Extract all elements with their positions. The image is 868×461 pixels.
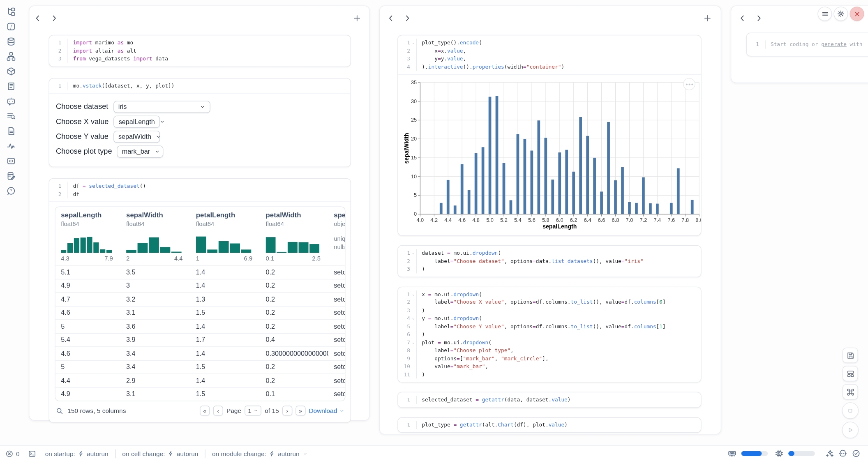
bar: [572, 172, 575, 214]
lightning-icon: [168, 450, 174, 456]
code-editor[interactable]: 1⌄x = mo.ui.dropdown(2 label="Choose X v…: [398, 287, 701, 382]
column-header[interactable]: petalLengthfloat6416.9: [190, 212, 260, 262]
fold-icon[interactable]: ⌄: [410, 314, 416, 323]
save-icon[interactable]: [843, 348, 858, 363]
help-icon[interactable]: ?: [7, 187, 16, 196]
table-row[interactable]: 4.931.40.2setosa: [55, 279, 345, 292]
line-number: 3: [398, 265, 410, 273]
table-row[interactable]: 53.41.50.2setosa: [55, 360, 345, 373]
fold-icon[interactable]: ⌄: [410, 39, 416, 47]
svg-text:5: 5: [414, 192, 417, 198]
table-row[interactable]: 5.43.91.70.4setosa: [55, 333, 345, 346]
svg-text:4.6: 4.6: [458, 217, 466, 223]
plot-type-select[interactable]: mark_bar: [117, 145, 164, 158]
database-icon[interactable]: [7, 37, 16, 46]
snippets-icon[interactable]: [7, 157, 16, 166]
x-value-select[interactable]: sepalLength: [114, 115, 160, 128]
search-icon[interactable]: [56, 407, 63, 415]
chart-menu-icon[interactable]: [683, 78, 695, 90]
scratchpad-icon[interactable]: [7, 172, 16, 181]
code-editor[interactable]: 1selected_dataset = getattr(data, datase…: [398, 392, 701, 407]
table-cell: 4.9: [55, 390, 121, 398]
run-all-icon[interactable]: [842, 422, 859, 438]
settings-gear-icon[interactable]: [833, 7, 848, 21]
script-icon[interactable]: [7, 82, 16, 91]
column-header[interactable]: sepalWidthfloat6424.4: [121, 212, 191, 262]
fold-icon[interactable]: ⌄: [410, 249, 416, 257]
close-icon[interactable]: [850, 7, 864, 21]
fold-icon[interactable]: ⌄: [410, 339, 416, 347]
cell-vstack: 1mo.vstack([dataset, x, y, plot]) Choose…: [49, 78, 351, 167]
table-row[interactable]: 4.63.41.40.30000000000000004setosa: [55, 346, 345, 360]
on-cell-change-setting[interactable]: on cell change: autorun: [122, 450, 198, 457]
code-editor[interactable]: 1⌄plot_type().encode(2 x=x.value,3 y=y.v…: [398, 35, 701, 74]
table-row[interactable]: 4.42.91.40.2setosa: [55, 373, 345, 387]
column-header[interactable]: petalWidthfloat640.12.5: [260, 212, 328, 262]
terminal-icon[interactable]: [28, 449, 36, 457]
add-cell-button[interactable]: [704, 14, 712, 22]
tracing-icon[interactable]: [7, 142, 16, 151]
documentation-icon[interactable]: [7, 127, 16, 136]
column-scroll-left-icon[interactable]: [739, 14, 748, 23]
ai-sparkles-icon[interactable]: [825, 449, 833, 458]
code-editor[interactable]: 1import marimo as mo2import altair as al…: [49, 35, 351, 66]
dropdown-row-y: Choose Y value sepalWidth: [56, 129, 344, 144]
table-cell: 3.9: [121, 336, 191, 344]
functions-icon[interactable]: f: [7, 22, 16, 31]
next-page-button[interactable]: ›: [282, 406, 292, 415]
menu-icon[interactable]: [817, 7, 832, 21]
on-module-change-setting[interactable]: on module change: autorun: [212, 450, 308, 457]
table-row[interactable]: 5.13.51.40.2setosa: [55, 265, 345, 279]
assistant-icon[interactable]: [839, 449, 847, 458]
stop-icon[interactable]: [842, 402, 859, 419]
download-button[interactable]: Download: [309, 407, 344, 414]
cell-empty-editor: 1 Start coding or generate with: [746, 32, 868, 56]
column-scroll-left-icon[interactable]: [34, 14, 43, 23]
code-line: 1plot_type = getattr(alt.Chart(df), plot…: [398, 421, 701, 429]
table-row[interactable]: 4.73.21.30.2setosa: [55, 292, 345, 306]
keyboard-shortcuts-icon[interactable]: [843, 384, 858, 400]
code-editor[interactable]: 1df = selected_dataset()2df: [49, 179, 351, 201]
y-value-select[interactable]: sepalWidth: [113, 130, 160, 143]
line-number: 3: [398, 307, 410, 315]
kernel-status-icon[interactable]: [852, 449, 860, 458]
code-editor[interactable]: 1mo.vstack([dataset, x, y, plot]): [49, 78, 351, 93]
table-row[interactable]: 53.61.40.2setosa: [55, 319, 345, 333]
error-indicator[interactable]: 0: [5, 449, 19, 457]
generate-link[interactable]: generate: [821, 41, 847, 47]
table-cell: setosa: [328, 309, 345, 317]
table-cell: 0.2: [260, 295, 328, 303]
svg-text:6.4: 6.4: [584, 217, 591, 223]
dependency-graph-icon[interactable]: [7, 52, 16, 61]
column-scroll-right-icon[interactable]: [51, 14, 60, 23]
on-startup-setting[interactable]: on startup: autorun: [45, 450, 108, 457]
chat-bot-icon[interactable]: [7, 97, 16, 106]
column-header[interactable]: sepalLengthfloat644.37.9: [55, 212, 121, 262]
column-scroll-right-icon[interactable]: [755, 14, 764, 23]
line-number: 1: [398, 396, 410, 404]
code-editor[interactable]: 1plot_type = getattr(alt.Chart(df), plot…: [398, 417, 701, 432]
dropdown-row-plot-type: Choose plot type mark_bar: [56, 144, 344, 159]
prev-page-button[interactable]: ‹: [213, 406, 223, 415]
fold-icon[interactable]: ⌄: [410, 290, 416, 298]
last-page-button[interactable]: »: [295, 406, 305, 415]
code-line: 7⌄plot = mo.ui.dropdown(: [398, 339, 701, 347]
table-cell: 4.6: [55, 350, 121, 357]
column-header[interactable]: speciesobjectunique:nulls:: [328, 212, 345, 262]
code-editor[interactable]: 1⌄dataset = mo.ui.dropdown(2 label="Choo…: [398, 246, 701, 277]
page-select[interactable]: 1: [245, 406, 261, 415]
table-row[interactable]: 4.93.11.50.1setosa: [55, 387, 345, 401]
file-tree-icon[interactable]: [7, 7, 16, 16]
column-scroll-left-icon[interactable]: [387, 14, 396, 23]
table-row[interactable]: 4.63.11.50.2setosa: [55, 306, 345, 319]
first-page-button[interactable]: «: [200, 406, 210, 415]
dataset-select[interactable]: iris: [113, 100, 210, 113]
logs-search-icon[interactable]: [7, 112, 16, 121]
column-scroll-right-icon[interactable]: [404, 14, 413, 23]
line-number: 2: [398, 298, 410, 307]
packages-icon[interactable]: [7, 67, 16, 76]
add-cell-button[interactable]: [353, 14, 361, 22]
layout-toggle-icon[interactable]: [843, 366, 858, 381]
bar-chart[interactable]: 4.04.24.44.64.85.05.25.45.65.86.06.26.46…: [404, 78, 701, 231]
code-editor[interactable]: 1 Start coding or generate with: [747, 33, 868, 56]
